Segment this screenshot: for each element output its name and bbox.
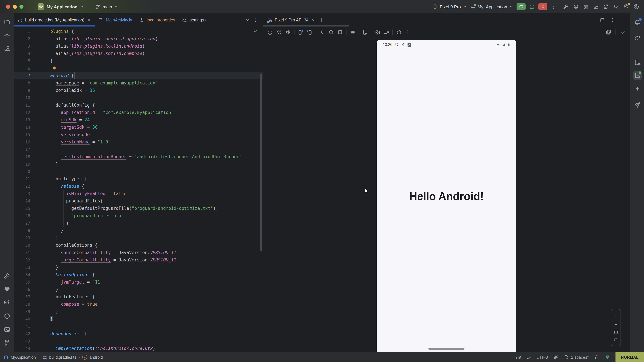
debug-button[interactable] — [529, 4, 535, 10]
code-line[interactable]: 14 targetSdk = 36 — [14, 124, 263, 131]
tool-window-button-elephant[interactable] — [633, 33, 642, 42]
code-line[interactable]: 32 targetCompatibility = JavaVersion.VER… — [14, 256, 263, 264]
code-line[interactable]: 43 — [14, 338, 263, 345]
rotate-left-icon[interactable] — [298, 29, 304, 35]
code-line[interactable]: 16 versionName = "1.0" — [14, 138, 263, 146]
vim-mode-badge[interactable]: NORMAL — [616, 352, 644, 362]
zoom-window-button[interactable] — [20, 5, 24, 9]
inspection-ok-icon[interactable] — [253, 29, 258, 33]
indent-widget[interactable]: 2 spaces* — [564, 355, 589, 360]
apply-restart-icon[interactable] — [573, 4, 579, 10]
code-line[interactable]: 27 ) — [14, 220, 263, 227]
code-line[interactable]: 42dependencies { — [14, 330, 263, 338]
code-line[interactable]: 9 compileSdk = 36 — [14, 87, 263, 94]
tool-window-button-running-devices[interactable] — [633, 71, 642, 80]
unlock-icon[interactable] — [594, 355, 600, 360]
zoom-in-button[interactable]: + — [614, 313, 617, 318]
attach-debugger-icon[interactable] — [593, 4, 599, 10]
rotate-right-icon[interactable] — [306, 29, 312, 35]
keyboard-mouse-icon[interactable] — [350, 29, 356, 35]
code-line[interactable]: 5} — [14, 57, 263, 65]
more-actions-kebab[interactable] — [551, 4, 557, 10]
chevron-down-icon[interactable] — [245, 17, 250, 22]
code-line[interactable]: 11 defaultConfig { — [14, 102, 263, 109]
code-editor[interactable]: 1plugins {2 alias(libs.plugins.android.a… — [14, 26, 263, 352]
power-icon[interactable] — [267, 29, 273, 35]
tool-window-button-folder[interactable] — [2, 17, 11, 26]
code-line[interactable]: 30 compileOptions { — [14, 242, 263, 249]
close-window-button[interactable] — [6, 5, 10, 9]
tool-window-button-sparkle[interactable] — [633, 84, 642, 93]
intention-bulb-icon[interactable] — [52, 66, 57, 71]
editor-scrollbar[interactable] — [260, 73, 262, 251]
code-line[interactable]: 44 implementation(libs.androidx.core.ktx… — [14, 345, 263, 352]
check-icon[interactable] — [620, 29, 626, 35]
tool-window-button-commit[interactable] — [2, 31, 11, 39]
code-line[interactable]: 15 versionCode = 1 — [14, 131, 263, 138]
restart-icon[interactable] — [396, 29, 402, 35]
tool-window-button-plane[interactable] — [633, 100, 642, 109]
tool-window-button-alert-circle[interactable] — [2, 312, 11, 321]
code-line[interactable]: 3 alias(libs.plugins.kotlin.android) — [14, 42, 263, 50]
kebab-icon[interactable] — [610, 17, 615, 23]
code-line[interactable]: 33 } — [14, 264, 263, 271]
tool-window-button-gem[interactable] — [2, 285, 11, 294]
code-line[interactable]: 26 "proguard-rules.pro" — [14, 212, 263, 220]
code-line[interactable]: 19 } — [14, 161, 263, 168]
close-tab-icon[interactable] — [87, 17, 92, 22]
editor-tab-1[interactable]: build.gradle.kts (My Application) — [14, 13, 95, 26]
overview-icon[interactable] — [337, 29, 343, 35]
code-line[interactable]: 4 alias(libs.plugins.kotlin.compose) — [14, 50, 263, 57]
search-icon[interactable] — [613, 4, 619, 10]
encoding-widget[interactable]: UTF-8 — [536, 355, 548, 360]
tool-window-button-branch[interactable] — [2, 339, 11, 347]
tool-window-button-hammer[interactable] — [2, 272, 11, 280]
caret-position-widget[interactable]: 7:9 — [515, 355, 521, 360]
code-line[interactable]: 13 minSdk = 24 — [14, 116, 263, 124]
minimize-icon[interactable] — [620, 17, 625, 23]
tool-window-button-device-manager[interactable] — [633, 58, 642, 67]
code-line[interactable]: 7android { — [14, 72, 263, 79]
code-line[interactable]: 35 jvmTarget = "11" — [14, 279, 263, 286]
sync-icon[interactable] — [603, 4, 609, 10]
code-line[interactable]: 6 — [14, 65, 263, 72]
run-configuration-selector[interactable]: My_Application — [470, 4, 513, 9]
code-line[interactable]: 37 buildFeatures { — [14, 293, 263, 301]
line-ending-widget[interactable]: LF — [526, 355, 531, 360]
tool-window-button-bell[interactable] — [633, 18, 642, 27]
editor-tab-2[interactable]: MainActivity.kt — [95, 13, 136, 26]
gesture-navigation-handle[interactable] — [428, 348, 464, 350]
code-line[interactable]: 12 applicationId = "com.example.myapplic… — [14, 109, 263, 116]
breadcrumb-item[interactable]: build.gradle.kts — [42, 355, 76, 360]
breadcrumb-item[interactable]: λandroid — [82, 355, 103, 360]
screen-record-icon[interactable] — [384, 29, 390, 35]
emulator-screen[interactable]: 10:20 A Hello Android! — [377, 40, 516, 352]
settings-button[interactable] — [623, 3, 629, 10]
panel-horizontal-scrollbar[interactable] — [263, 25, 349, 26]
hammer-icon[interactable] — [563, 4, 569, 10]
home-icon[interactable] — [328, 29, 334, 35]
code-line[interactable]: 21 buildTypes { — [14, 175, 263, 183]
code-line[interactable]: 41 — [14, 323, 263, 330]
code-line[interactable]: 39 } — [14, 308, 263, 316]
code-line[interactable]: 24 proguardFiles( — [14, 197, 263, 205]
device-selector[interactable]: Pixel 9 Pro — [432, 4, 467, 9]
code-line[interactable]: 10 — [14, 94, 263, 102]
camera-icon[interactable] — [374, 29, 380, 35]
rerun-button[interactable] — [516, 3, 526, 10]
code-line[interactable]: 40} — [14, 316, 263, 323]
vcs-branch-widget[interactable]: main — [95, 4, 118, 9]
add-device-tab-button[interactable] — [319, 17, 324, 23]
code-line[interactable]: 20 — [14, 168, 263, 175]
device-tab[interactable]: Pixel 9 Pro API 34 — [263, 17, 319, 23]
code-line[interactable]: 8 namespace = "com.example.myapplication… — [14, 79, 263, 87]
kebab-icon[interactable] — [253, 17, 258, 22]
back-icon[interactable] — [319, 29, 325, 35]
minimize-window-button[interactable] — [13, 5, 17, 9]
code-line[interactable]: 38 compose = true — [14, 301, 263, 308]
code-line[interactable]: 23 isMinifyEnabled = false — [14, 190, 263, 197]
code-line[interactable]: 36 } — [14, 286, 263, 293]
tool-window-button-ellipsis[interactable] — [2, 58, 11, 66]
external-link-icon[interactable] — [600, 17, 605, 23]
close-icon[interactable] — [311, 17, 316, 22]
